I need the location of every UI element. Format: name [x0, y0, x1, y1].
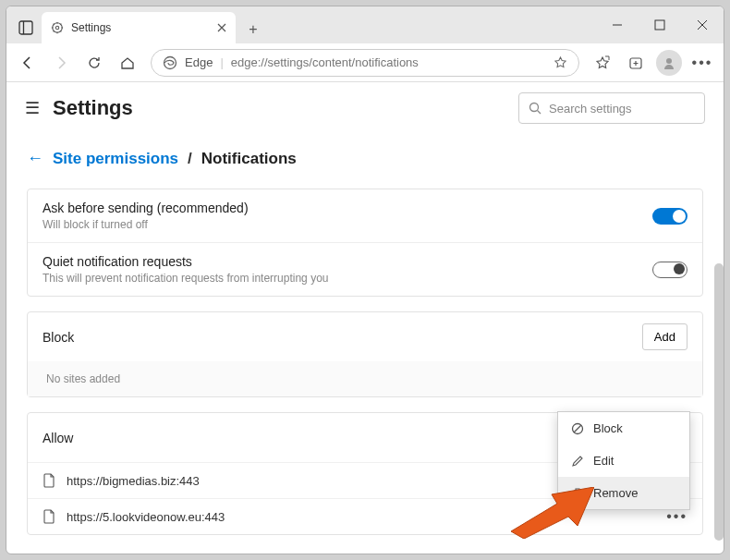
back-button[interactable] [12, 47, 43, 79]
settings-header: ☰ Settings Search settings [6, 82, 724, 134]
menu-edit[interactable]: Edit [558, 444, 689, 477]
browser-tab[interactable]: Settings [42, 12, 236, 43]
hamburger-icon[interactable]: ☰ [25, 98, 40, 118]
ask-title: Ask before sending (recommended) [43, 201, 652, 215]
gear-icon [51, 21, 64, 34]
close-window-button[interactable] [681, 6, 724, 43]
maximize-button[interactable] [639, 6, 681, 43]
breadcrumb-parent[interactable]: Site permissions [53, 150, 178, 168]
quiet-toggle[interactable] [652, 262, 687, 278]
page-icon [43, 509, 55, 524]
ask-before-sending-row: Ask before sending (recommended) Will bl… [28, 189, 702, 242]
tab-title: Settings [71, 21, 210, 34]
address-prefix: Edge [185, 55, 213, 69]
new-tab-button[interactable]: + [239, 16, 267, 43]
minimize-button[interactable] [596, 6, 639, 43]
svg-point-11 [530, 103, 539, 112]
search-input[interactable]: Search settings [518, 92, 705, 124]
refresh-button[interactable] [79, 47, 110, 79]
page-icon [43, 473, 55, 488]
block-label: Block [43, 330, 642, 345]
svg-point-3 [55, 26, 59, 30]
breadcrumb-current: Notifications [201, 150, 297, 168]
svg-line-14 [574, 425, 581, 432]
quiet-title: Quiet notification requests [43, 254, 652, 269]
page-title: Settings [53, 96, 505, 120]
quiet-desc: This will prevent notification requests … [43, 272, 652, 285]
close-tab-icon[interactable] [217, 23, 226, 32]
ask-toggle[interactable] [652, 208, 687, 225]
toolbar: Edge | edge://settings/content/notificat… [6, 43, 724, 82]
block-section: Block Add No sites added [27, 311, 703, 397]
svg-line-12 [538, 111, 541, 115]
ask-desc: Will block if turned off [43, 218, 652, 231]
annotation-arrow [511, 487, 594, 539]
more-button[interactable]: ••• [687, 47, 718, 79]
menu-block[interactable]: Block [558, 412, 689, 444]
edge-logo-icon [163, 55, 177, 70]
search-placeholder: Search settings [549, 102, 632, 116]
block-empty-text: No sites added [28, 361, 702, 396]
address-bar[interactable]: Edge | edge://settings/content/notificat… [151, 49, 579, 77]
svg-rect-5 [655, 20, 664, 30]
favorite-icon[interactable] [554, 55, 567, 69]
breadcrumb-back-icon[interactable]: ← [27, 149, 43, 168]
svg-point-10 [666, 58, 672, 64]
profile-button[interactable] [653, 47, 685, 79]
favorites-button[interactable] [587, 47, 618, 79]
block-add-button[interactable]: Add [642, 323, 687, 350]
collections-button[interactable] [620, 47, 651, 79]
general-settings-card: Ask before sending (recommended) Will bl… [27, 189, 703, 297]
search-icon [529, 102, 541, 115]
forward-button [45, 47, 77, 79]
breadcrumb: ← Site permissions / Notifications [27, 149, 703, 168]
svg-rect-0 [19, 21, 32, 34]
scrollbar[interactable] [714, 263, 724, 541]
address-url: edge://settings/content/notifications [231, 55, 546, 69]
site-more-button[interactable]: ••• [666, 508, 687, 525]
quiet-requests-row: Quiet notification requests This will pr… [28, 242, 702, 296]
home-button[interactable] [112, 47, 143, 79]
tab-actions-button[interactable] [10, 12, 42, 43]
titlebar: Settings + [6, 6, 724, 43]
edit-icon [571, 455, 584, 468]
block-icon [571, 422, 584, 435]
